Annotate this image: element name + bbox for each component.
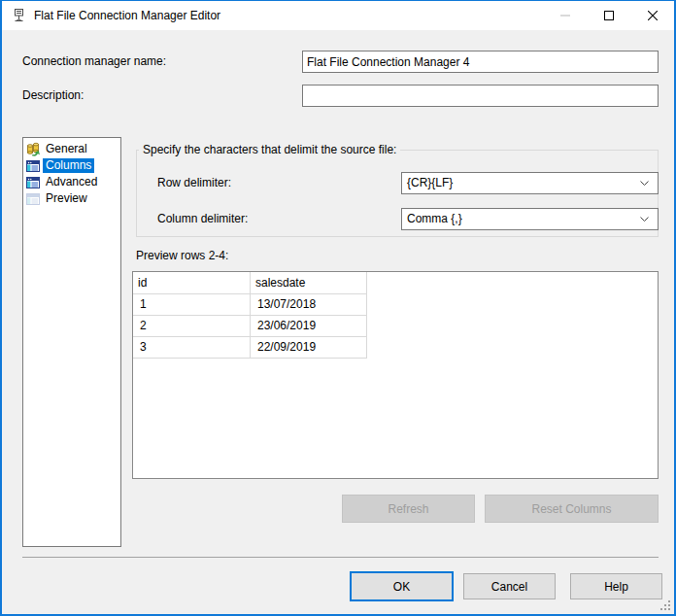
column-delimiter-label: Column delimiter: bbox=[157, 208, 248, 230]
nav-item-general[interactable]: General bbox=[23, 141, 120, 157]
cancel-button[interactable]: Cancel bbox=[463, 573, 556, 599]
description-label: Description: bbox=[22, 85, 84, 107]
description-input[interactable] bbox=[302, 85, 659, 107]
table-row[interactable]: 1 13/07/2018 bbox=[133, 294, 658, 316]
ok-button[interactable]: OK bbox=[350, 571, 454, 601]
maximize-icon bbox=[604, 11, 614, 20]
cell-salesdate[interactable]: 23/06/2019 bbox=[251, 316, 367, 337]
chevron-down-icon bbox=[640, 181, 649, 187]
connection-manager-name-label: Connection manager name: bbox=[22, 51, 166, 73]
refresh-button[interactable]: Refresh bbox=[342, 495, 475, 523]
minimize-icon bbox=[560, 15, 570, 17]
nav-item-advanced[interactable]: Advanced bbox=[23, 174, 120, 190]
table-row[interactable]: 2 23/06/2019 bbox=[133, 316, 658, 337]
maximize-button[interactable] bbox=[587, 1, 630, 30]
flat-file-connection-manager-dialog: Flat File Connection Manager Editor Conn… bbox=[0, 0, 676, 616]
table-row[interactable]: 3 22/09/2019 bbox=[133, 337, 658, 359]
nav-item-label: General bbox=[43, 142, 90, 156]
pages-list: General Columns bbox=[22, 137, 121, 547]
chevron-down-icon bbox=[640, 217, 649, 222]
caption-buttons bbox=[543, 1, 674, 30]
column-header-id[interactable]: id bbox=[133, 272, 251, 294]
row-delimiter-combobox[interactable]: {CR}{LF} bbox=[401, 172, 659, 194]
cell-id[interactable]: 1 bbox=[133, 294, 251, 316]
preview-grid-header: id salesdate bbox=[133, 272, 658, 294]
preview-rows-label: Preview rows 2-4: bbox=[136, 245, 228, 267]
table-icon bbox=[25, 158, 41, 174]
nav-item-label: Preview bbox=[43, 191, 90, 206]
close-button[interactable] bbox=[630, 1, 674, 30]
table-muted-icon bbox=[25, 191, 41, 207]
reset-columns-button[interactable]: Reset Columns bbox=[485, 495, 659, 523]
close-icon bbox=[648, 11, 658, 20]
footer-separator bbox=[22, 557, 659, 558]
row-delimiter-label: Row delimiter: bbox=[157, 172, 231, 194]
window-title: Flat File Connection Manager Editor bbox=[34, 9, 220, 22]
cell-id[interactable]: 3 bbox=[133, 337, 251, 359]
resize-grip[interactable] bbox=[659, 599, 671, 611]
minimize-button[interactable] bbox=[543, 1, 587, 30]
nav-item-columns[interactable]: Columns bbox=[23, 157, 120, 174]
nav-item-label: Columns bbox=[43, 158, 94, 173]
column-delimiter-combobox[interactable]: Comma {,} bbox=[401, 208, 659, 230]
help-button[interactable]: Help bbox=[570, 573, 662, 599]
delimiters-group-title: Specify the characters that delimit the … bbox=[139, 142, 400, 157]
row-delimiter-value: {CR}{LF} bbox=[407, 176, 453, 189]
connection-manager-icon bbox=[11, 8, 26, 23]
nav-item-label: Advanced bbox=[43, 175, 100, 189]
table-icon bbox=[25, 175, 41, 190]
connection-manager-name-input[interactable] bbox=[302, 51, 659, 73]
nav-item-preview[interactable]: Preview bbox=[23, 190, 120, 207]
cell-id[interactable]: 2 bbox=[133, 316, 251, 337]
column-delimiter-value: Comma {,} bbox=[407, 212, 462, 225]
cell-salesdate[interactable]: 13/07/2018 bbox=[251, 294, 367, 316]
column-header-salesdate[interactable]: salesdate bbox=[251, 272, 367, 294]
preview-grid: id salesdate 1 13/07/2018 2 23/06/2019 3… bbox=[132, 271, 659, 479]
cell-salesdate[interactable]: 22/09/2019 bbox=[251, 337, 367, 359]
connection-database-icon bbox=[25, 142, 41, 157]
titlebar: Flat File Connection Manager Editor bbox=[2, 1, 674, 30]
